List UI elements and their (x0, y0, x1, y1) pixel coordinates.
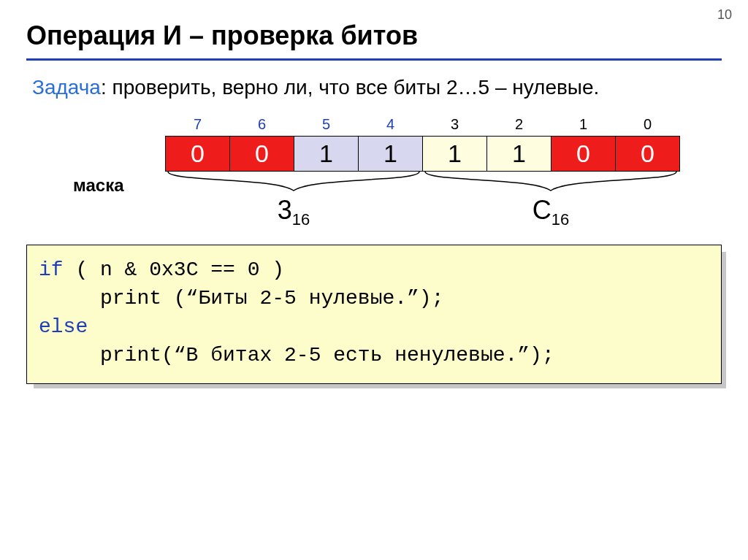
bit-index: 7 (166, 116, 230, 137)
bit-cell: 0 (166, 136, 230, 171)
bit-table: 7 6 5 4 3 2 1 0 0 0 1 1 1 1 0 0 (165, 116, 680, 172)
bit-index: 0 (616, 116, 680, 137)
bit-index: 3 (423, 116, 487, 137)
kw-if: if (39, 258, 64, 281)
slide: 10 Операция И – проверка битов Задача: п… (0, 0, 748, 560)
code-text: print (“Биты 2-5 нулевые.”); (100, 287, 443, 310)
bit-value-row: 0 0 1 1 1 1 0 0 (166, 136, 680, 171)
bit-index: 6 (230, 116, 294, 137)
brace-row: 316 C16 (165, 172, 679, 237)
hex-main: 3 (278, 195, 292, 225)
page-number: 10 (717, 7, 732, 23)
code-box: if ( n & 0x3C == 0 ) print (“Биты 2-5 ну… (26, 245, 722, 384)
bit-index: 5 (294, 116, 359, 137)
bit-cell: 0 (230, 136, 294, 171)
bit-cell: 1 (294, 136, 359, 171)
page-title: Операция И – проверка битов (26, 20, 722, 51)
task-text: Задача: проверить, верно ли, что все бит… (32, 74, 704, 101)
code-text: print(“В битах 2-5 есть ненулевые.”); (100, 344, 554, 367)
bit-index: 4 (359, 116, 423, 137)
bit-cell: 0 (552, 136, 616, 171)
divider (26, 58, 722, 61)
bit-index: 2 (487, 116, 552, 137)
hex-sub: 16 (552, 210, 569, 229)
kw-else: else (39, 315, 88, 338)
bit-cell: 1 (487, 136, 552, 171)
bit-cell: 0 (616, 136, 680, 171)
hex-sub: 16 (292, 210, 310, 229)
hex-label-right: C16 (422, 195, 679, 229)
hex-main: C (533, 195, 552, 225)
bit-index-row: 7 6 5 4 3 2 1 0 (166, 116, 680, 137)
bit-cell: 1 (359, 136, 423, 171)
brace-icon (422, 172, 679, 193)
code-text: ( n & 0x3C == 0 ) (64, 258, 284, 281)
bit-cell: 1 (423, 136, 487, 171)
hex-label-left: 316 (165, 195, 422, 229)
task-label: Задача (32, 76, 101, 99)
mask-label: маска (73, 175, 124, 196)
bit-diagram: 7 6 5 4 3 2 1 0 0 0 1 1 1 1 0 0 (70, 116, 722, 237)
code-block: if ( n & 0x3C == 0 ) print (“Биты 2-5 ну… (26, 245, 722, 384)
task-body: : проверить, верно ли, что все биты 2…5 … (101, 76, 599, 99)
bit-index: 1 (552, 116, 616, 137)
brace-icon (165, 172, 422, 193)
